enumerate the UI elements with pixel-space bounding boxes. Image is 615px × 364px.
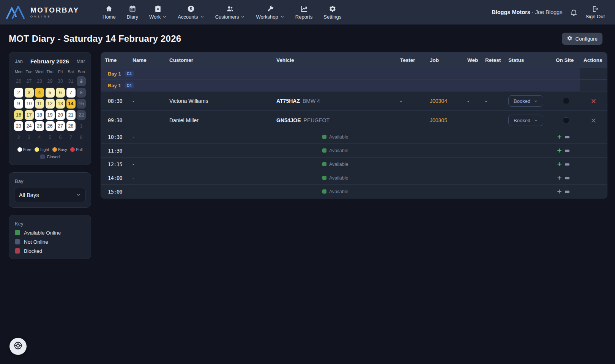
calendar-day[interactable]: 26	[46, 121, 55, 131]
booking-row[interactable]: 08:30 - Victoria Williams AT75HAZ BMW 4 …	[101, 91, 607, 110]
block-slot-icon[interactable]	[564, 189, 570, 195]
bay-header-row: Bay 1 C4	[101, 79, 607, 91]
block-slot-icon[interactable]	[564, 134, 570, 140]
calendar-day[interactable]: 30	[56, 76, 65, 86]
nav-item[interactable]: Reports	[295, 5, 313, 20]
add-booking-icon[interactable]	[557, 189, 562, 194]
calendar-day[interactable]: 8	[77, 88, 86, 98]
motorbay-mountains-icon	[5, 5, 27, 20]
calendar-day[interactable]: 6	[56, 88, 65, 98]
calendar-day[interactable]: 5	[46, 132, 55, 142]
calendar-day[interactable]: 28	[35, 76, 44, 86]
calendar-day[interactable]: 29	[46, 76, 55, 86]
calendar-day[interactable]: 7	[66, 88, 76, 98]
nav-item[interactable]: $ Accounts	[178, 5, 204, 20]
calendar-day[interactable]: 13	[56, 99, 65, 109]
calendar-day[interactable]: 11	[35, 99, 44, 109]
calendar-day[interactable]: 24	[25, 121, 34, 131]
nav-item[interactable]: Settings	[323, 5, 341, 20]
calendar-day[interactable]: 6	[56, 132, 65, 142]
calendar-day[interactable]: 25	[35, 121, 44, 131]
status-dropdown[interactable]: Booked	[508, 115, 543, 126]
add-booking-icon[interactable]	[557, 162, 562, 167]
calendar-day[interactable]: 2	[14, 88, 23, 98]
legend-dot	[17, 147, 22, 152]
add-booking-icon[interactable]	[557, 148, 562, 153]
chevron-down-icon	[162, 15, 167, 19]
status-dropdown[interactable]: Booked	[508, 95, 543, 107]
calendar-day[interactable]: 23	[14, 121, 23, 131]
block-slot-icon[interactable]	[564, 175, 570, 181]
vehicle-model: BMW 4	[303, 98, 320, 104]
calendar-day[interactable]: 18	[35, 110, 44, 120]
support-fab-button[interactable]	[9, 338, 27, 355]
booking-row[interactable]: 09:30 - Daniel Miller GN54JOE PEUGEOT - …	[101, 110, 607, 130]
available-status-label: Available	[329, 148, 348, 153]
sidebar: Jan February 2026 Mar MonTueWedThuFriSat…	[9, 52, 91, 259]
calendar-day[interactable]: 22	[77, 110, 86, 120]
weekday-label: Fri	[56, 68, 65, 76]
booking-retest: -	[481, 118, 505, 123]
calendar-day[interactable]: 14	[66, 99, 76, 109]
key-swatch	[15, 230, 20, 235]
add-booking-icon[interactable]	[557, 175, 562, 180]
add-booking-icon[interactable]	[557, 134, 562, 139]
booking-tester: -	[396, 98, 426, 104]
nav-item[interactable]: Work	[149, 5, 167, 20]
configure-button[interactable]: Configure	[562, 33, 602, 45]
calendar-day[interactable]: 27	[56, 121, 65, 131]
calendar-day[interactable]: 26	[14, 76, 23, 86]
available-slot-row[interactable]: 11:30 - Available	[101, 143, 607, 157]
calendar-day[interactable]: 5	[46, 88, 55, 98]
available-slot-row[interactable]: 14:00 - Available	[101, 171, 607, 184]
available-slot-row[interactable]: 15:00 - Available	[101, 184, 607, 198]
on-site-checkbox[interactable]	[563, 117, 569, 123]
calendar-day[interactable]: 1	[77, 76, 86, 86]
calendar-day[interactable]: 20	[56, 110, 65, 120]
calendar-day[interactable]: 10	[25, 99, 34, 109]
calendar-day[interactable]: 27	[25, 76, 34, 86]
available-slot-row[interactable]: 12:15 - Available	[101, 157, 607, 171]
cancel-booking-icon[interactable]	[591, 118, 596, 123]
weekday-label: Wed	[35, 68, 44, 76]
calendar-day[interactable]: 2	[14, 132, 23, 142]
nav-item[interactable]: Diary	[127, 5, 138, 20]
diary-main: TimeNameCustomerVehicleTesterJobWebRetes…	[101, 52, 607, 199]
bay-select[interactable]: All Bays	[14, 188, 86, 202]
calendar-day[interactable]: 7	[66, 132, 76, 142]
job-number-link[interactable]: J00305	[426, 117, 464, 123]
calendar-day[interactable]: 16	[14, 110, 23, 120]
block-slot-icon[interactable]	[564, 161, 570, 167]
booking-tester: -	[396, 118, 426, 123]
nav-item[interactable]: Customers	[215, 5, 245, 20]
nav-item[interactable]: Workshop	[256, 5, 284, 20]
cancel-booking-icon[interactable]	[591, 98, 596, 104]
calendar-day[interactable]: 3	[25, 132, 34, 142]
weekday-label: Mon	[14, 68, 23, 76]
calendar-day[interactable]: 4	[35, 88, 44, 98]
calendar-day[interactable]: 31	[66, 76, 76, 86]
calendar-prev-month[interactable]: Jan	[15, 58, 23, 64]
calendar-day[interactable]: 19	[46, 110, 55, 120]
calendar-day[interactable]: 21	[66, 110, 76, 120]
block-slot-icon[interactable]	[564, 148, 570, 154]
booking-customer: Daniel Miller	[166, 117, 273, 123]
sign-out-button[interactable]: Sign Out	[585, 5, 605, 19]
calendar-next-month[interactable]: Mar	[77, 58, 85, 64]
bay-header-rows: Bay 1 C4 Bay 1 C4	[101, 68, 607, 91]
nav-item[interactable]: Home	[102, 5, 116, 20]
calendar-day[interactable]: 17	[25, 110, 34, 120]
calendar-day[interactable]: 8	[77, 132, 86, 142]
calendar-day[interactable]: 28	[66, 121, 76, 131]
brand-logo[interactable]: MOTORBAY ONLINE	[5, 5, 96, 20]
calendar-day[interactable]: 1	[77, 121, 86, 131]
calendar-day[interactable]: 12	[46, 99, 55, 109]
notifications-bell-icon[interactable]	[570, 8, 578, 16]
calendar-day[interactable]: 9	[14, 99, 23, 109]
calendar-day[interactable]: 4	[35, 132, 44, 142]
calendar-day[interactable]: 15	[77, 99, 86, 109]
calendar-day[interactable]: 3	[25, 88, 34, 98]
on-site-checkbox[interactable]	[563, 98, 569, 104]
job-number-link[interactable]: J00304	[426, 98, 464, 104]
available-slot-row[interactable]: 10:30 - Available	[101, 130, 607, 143]
